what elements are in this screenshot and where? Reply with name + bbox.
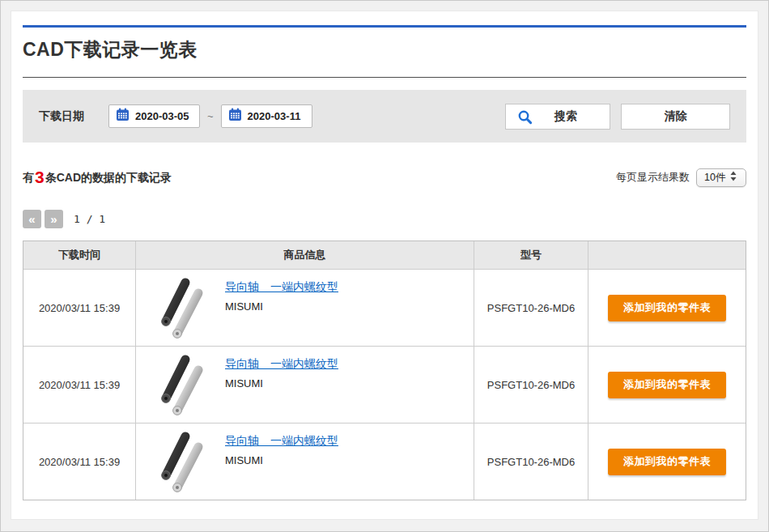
download-time-cell: 2020/03/11 15:39 (23, 270, 136, 346)
product-brand: MISUMI (225, 300, 338, 313)
title-divider (23, 77, 746, 78)
clear-button[interactable]: 清除 (621, 104, 730, 130)
product-brand: MISUMI (225, 377, 338, 389)
per-page-label: 每页显示结果数 (616, 170, 690, 185)
date-range-separator: ~ (207, 110, 214, 122)
pagination-last-button[interactable]: » (45, 210, 63, 228)
search-button[interactable]: 搜索 (505, 104, 610, 130)
product-info-cell: 导向轴 一端内螺纹型 MISUMI (136, 270, 474, 346)
per-page-value: 10件 (704, 171, 725, 185)
product-thumbnail-image (149, 428, 212, 495)
model-number-cell: PSFGT10-26-MD6 (474, 423, 588, 500)
results-row: 有3条CAD的数据的下载记录 每页显示结果数 10件 (23, 168, 746, 187)
header-download-time: 下载时间 (23, 241, 136, 269)
pagination-first-button[interactable]: « (23, 210, 41, 228)
table-row: 2020/03/11 15:39 (23, 423, 746, 500)
content-card: CAD下载记录一览表 下载日期 2 (11, 11, 758, 520)
date-from-input[interactable]: 2020-03-05 (108, 104, 200, 128)
calendar-icon (228, 108, 242, 125)
table-row: 2020/03/11 15:39 (23, 269, 746, 346)
page-background: CAD下载记录一览表 下载日期 2 (0, 0, 769, 532)
product-text-block: 导向轴 一端内螺纹型 MISUMI (225, 270, 338, 313)
download-time-cell: 2020/03/11 15:39 (23, 423, 136, 500)
date-to-value: 2020-03-11 (248, 110, 301, 122)
search-icon (517, 109, 533, 127)
product-info-cell: 导向轴 一端内螺纹型 MISUMI (136, 347, 474, 423)
product-text-block: 导向轴 一端内螺纹型 MISUMI (225, 423, 338, 466)
filter-bar: 下载日期 2020-03-05 ~ (23, 90, 746, 143)
pagination-info: 1 / 1 (74, 213, 105, 225)
per-page-select[interactable]: 10件 (696, 168, 746, 187)
accent-bar (23, 25, 746, 28)
clear-button-label: 清除 (665, 109, 687, 122)
action-cell: 添加到我的零件表 (588, 347, 746, 423)
table-body: 2020/03/11 15:39 (23, 269, 746, 500)
date-to-input[interactable]: 2020-03-11 (221, 104, 312, 128)
product-name-link[interactable]: 导向轴 一端内螺纹型 (225, 280, 338, 295)
results-count-prefix: 有 (23, 171, 34, 184)
date-from-value: 2020-03-05 (135, 110, 189, 122)
results-count-suffix: 条CAD的数据的下载记录 (45, 171, 172, 184)
select-stepper-icon (730, 171, 737, 184)
product-text-block: 导向轴 一端内螺纹型 MISUMI (225, 347, 338, 389)
product-name-link[interactable]: 导向轴 一端内螺纹型 (225, 357, 338, 372)
add-to-parts-list-button[interactable]: 添加到我的零件表 (608, 372, 726, 398)
product-thumbnail-image (149, 275, 212, 341)
header-model: 型号 (474, 241, 588, 269)
filter-actions: 搜索 清除 (505, 104, 730, 130)
model-number-cell: PSFGT10-26-MD6 (474, 347, 588, 423)
page-title: CAD下载记录一览表 (23, 36, 746, 62)
add-to-parts-list-button[interactable]: 添加到我的零件表 (608, 449, 726, 475)
action-cell: 添加到我的零件表 (588, 270, 746, 346)
product-thumbnail-image (149, 351, 212, 418)
product-info-cell: 导向轴 一端内螺纹型 MISUMI (136, 423, 474, 500)
product-name-link[interactable]: 导向轴 一端内螺纹型 (225, 434, 338, 449)
download-time-cell: 2020/03/11 15:39 (23, 347, 136, 423)
action-cell: 添加到我的零件表 (588, 423, 746, 500)
calendar-icon (116, 108, 130, 125)
table-row: 2020/03/11 15:39 (23, 346, 746, 423)
results-count: 有3条CAD的数据的下载记录 (23, 168, 172, 187)
header-product-info: 商品信息 (136, 241, 474, 269)
search-button-label: 搜索 (554, 109, 577, 122)
download-table: 下载时间 商品信息 型号 2020/03/11 15:39 (23, 240, 746, 500)
results-count-number: 3 (34, 168, 45, 186)
model-number-cell: PSFGT10-26-MD6 (474, 270, 588, 346)
per-page-control: 每页显示结果数 10件 (616, 168, 746, 187)
header-action (588, 241, 746, 269)
download-date-label: 下载日期 (39, 109, 84, 124)
add-to-parts-list-button[interactable]: 添加到我的零件表 (608, 295, 726, 321)
product-brand: MISUMI (225, 454, 338, 466)
pagination: « » 1 / 1 (23, 210, 746, 228)
table-header-row: 下载时间 商品信息 型号 (23, 241, 746, 269)
